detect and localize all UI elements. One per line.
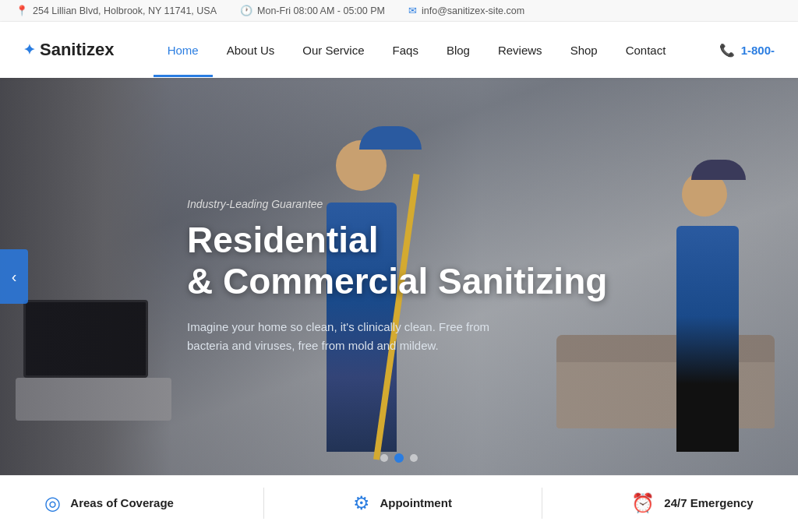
divider-1 xyxy=(263,488,264,519)
address-text: 254 Lillian Blvd, Holbrook, NY 11741, US… xyxy=(33,5,217,16)
emergency-label: 24/7 Emergency xyxy=(664,496,753,509)
main-nav: Home About Us Our Service Faqs Blog Revi… xyxy=(154,23,680,77)
location-icon: 📍 xyxy=(16,5,28,16)
cleaner-female-figure xyxy=(665,171,758,452)
coverage-icon: ◎ xyxy=(44,492,61,514)
nav-shop[interactable]: Shop xyxy=(556,23,612,77)
hero-description: Imagine your home so clean, it's clinica… xyxy=(187,318,499,355)
divider-2 xyxy=(542,488,542,519)
logo[interactable]: ✦ Sanitizex xyxy=(23,40,114,60)
nav-reviews[interactable]: Reviews xyxy=(484,23,556,77)
emergency-icon: ⏰ xyxy=(631,492,655,514)
slider-dot-2[interactable] xyxy=(394,453,404,463)
clock-icon: 🕐 xyxy=(240,5,252,16)
email-text: info@sanitizex-site.com xyxy=(422,5,524,16)
email-item: ✉ info@sanitizex-site.com xyxy=(408,5,524,16)
appointment-label: Appointment xyxy=(380,496,451,509)
nav-about[interactable]: About Us xyxy=(213,23,289,77)
appointment-item[interactable]: ⚙ Appointment xyxy=(353,492,451,514)
top-bar: 📍 254 Lillian Blvd, Holbrook, NY 11741, … xyxy=(0,0,798,22)
nav-faqs[interactable]: Faqs xyxy=(379,23,433,77)
slider-prev-button[interactable]: ‹ xyxy=(0,249,28,304)
phone-icon: 📞 xyxy=(719,43,735,58)
nav-home[interactable]: Home xyxy=(154,23,213,77)
logo-text: Sanitizex xyxy=(40,40,114,60)
slider-dot-1[interactable] xyxy=(380,454,388,462)
phone-number: 1-800- xyxy=(741,44,775,57)
logo-icon: ✦ xyxy=(23,41,35,58)
coverage-item[interactable]: ◎ Areas of Coverage xyxy=(44,492,174,514)
phone-cta[interactable]: 📞 1-800- xyxy=(719,43,775,58)
hours-item: 🕐 Mon-Fri 08:00 AM - 05:00 PM xyxy=(240,5,385,16)
appointment-icon: ⚙ xyxy=(353,492,370,514)
hero-title: Residential& Commercial Sanitizing xyxy=(187,220,607,302)
hero-tag: Industry-Leading Guarantee xyxy=(187,198,607,210)
nav-service[interactable]: Our Service xyxy=(288,23,378,77)
slider-dot-3[interactable] xyxy=(410,454,418,462)
email-icon: ✉ xyxy=(408,5,417,16)
slider-dots xyxy=(380,453,418,463)
emergency-item[interactable]: ⏰ 24/7 Emergency xyxy=(631,492,753,514)
address-item: 📍 254 Lillian Blvd, Holbrook, NY 11741, … xyxy=(16,5,217,16)
header: ✦ Sanitizex Home About Us Our Service Fa… xyxy=(0,22,798,78)
nav-blog[interactable]: Blog xyxy=(433,23,484,77)
hero-content: Industry-Leading Guarantee Residential& … xyxy=(187,198,607,355)
hours-text: Mon-Fri 08:00 AM - 05:00 PM xyxy=(257,5,385,16)
nav-contact[interactable]: Contact xyxy=(612,23,680,77)
hero-section: Industry-Leading Guarantee Residential& … xyxy=(0,78,798,475)
coverage-label: Areas of Coverage xyxy=(70,496,174,509)
bottom-bar: ◎ Areas of Coverage ⚙ Appointment ⏰ 24/7… xyxy=(0,475,798,530)
